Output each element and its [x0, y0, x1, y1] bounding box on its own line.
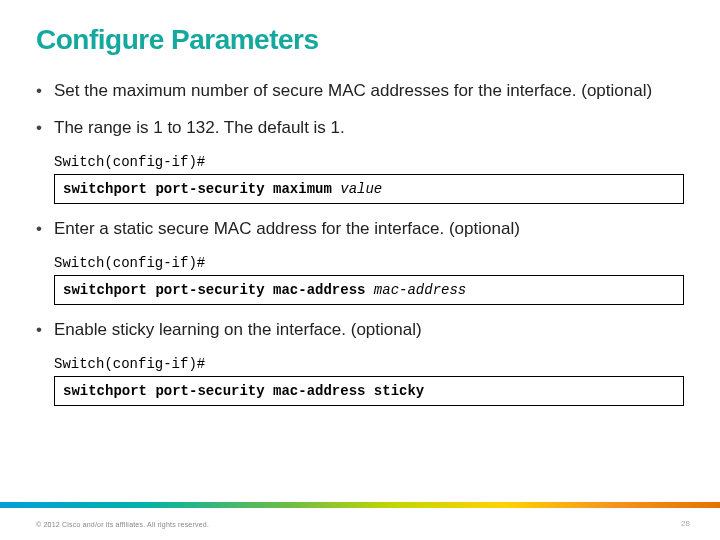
page-number: 28 — [681, 519, 690, 528]
cli-command-box: switchport port-security mac-address sti… — [54, 376, 684, 406]
bullet-item: Enter a static secure MAC address for th… — [36, 218, 684, 241]
cli-command-arg: mac-address — [374, 282, 466, 298]
bullet-item: The range is 1 to 132. The default is 1. — [36, 117, 684, 140]
cli-command-bold: switchport port-security mac-address — [63, 282, 374, 298]
cli-prompt: Switch(config-if)# — [54, 154, 684, 170]
bullet-item: Enable sticky learning on the interface.… — [36, 319, 684, 342]
slide-title: Configure Parameters — [0, 0, 720, 66]
cli-command-box: switchport port-security mac-address mac… — [54, 275, 684, 305]
cli-command-bold: switchport port-security maximum — [63, 181, 340, 197]
slide-content: Set the maximum number of secure MAC add… — [0, 80, 720, 406]
cli-command-bold: switchport port-security mac-address sti… — [63, 383, 424, 399]
cli-prompt: Switch(config-if)# — [54, 356, 684, 372]
footer-accent-bar — [0, 502, 720, 508]
cli-command-arg: value — [340, 181, 382, 197]
cli-command-box: switchport port-security maximum value — [54, 174, 684, 204]
bullet-item: Set the maximum number of secure MAC add… — [36, 80, 684, 103]
cli-prompt: Switch(config-if)# — [54, 255, 684, 271]
footer-copyright: © 2012 Cisco and/or its affiliates. All … — [36, 521, 209, 528]
